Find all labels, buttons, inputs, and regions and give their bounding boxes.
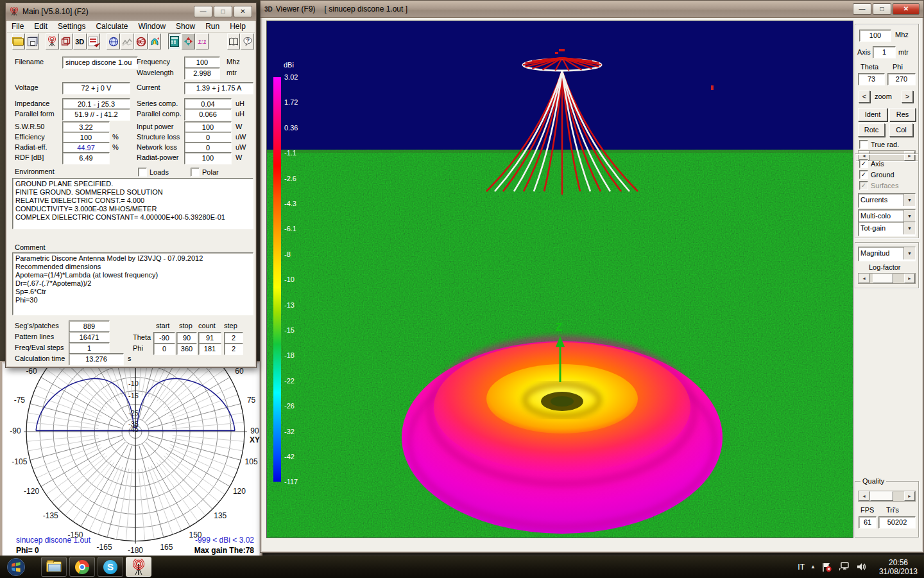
zoom-in-button[interactable]: > [902,91,913,103]
rotc-button[interactable]: Rotc [858,123,885,137]
language-indicator[interactable]: IT [798,563,805,572]
environment-box[interactable]: GROUND PLANE SPECIFIED.FINITE GROUND. SO… [12,178,253,229]
frequency-unit: Mhz [227,58,240,66]
viewer-close-button[interactable]: ✕ [893,3,920,15]
totgain-dropdown-value: Tot-gain [860,224,903,232]
clock[interactable]: 20:56 31/08/2013 [873,558,924,576]
zoom-out-button[interactable]: < [859,91,870,103]
menu-file[interactable]: File [7,21,28,31]
polar-radial-label: -45 [128,425,139,433]
magnitude-dropdown-value: Magnitud [860,249,903,257]
series-comp-label: Series comp. [137,100,178,107]
phi-start-input[interactable]: 0 [153,343,175,355]
ident-button[interactable]: Ident [858,108,887,121]
volume-icon[interactable] [856,562,867,572]
viewer-maximize-button[interactable]: □ [873,3,891,15]
polar-checkbox[interactable] [191,168,200,177]
main-maximize-button[interactable]: □ [214,6,232,17]
network-icon[interactable] [838,562,850,572]
viewer-frequency-input[interactable]: 100 [859,30,891,42]
radiat-eff-label: Radiat-eff. [15,143,47,151]
rdf-label: RDF [dB] [15,153,44,161]
dbi-scale-tick: -18 [284,351,295,359]
rescale-arrows-button[interactable] [182,33,195,49]
phi-stop-input[interactable]: 360 [176,343,197,355]
action-center-flag-icon[interactable] [821,562,832,572]
3d-viewer-button[interactable]: 3D [73,33,87,49]
pattern-colors-button[interactable] [148,33,162,49]
line-chart-button[interactable] [121,33,134,49]
voltage-input[interactable]: 72 + j 0 V [62,82,130,94]
chevron-down-icon[interactable]: ▼ [903,247,915,259]
theta-input[interactable]: 73 [858,73,885,85]
open-file-button[interactable] [12,33,26,49]
phi-input[interactable]: 270 [887,73,916,85]
totgain-dropdown[interactable]: Tot-gain▼ [858,222,916,236]
magnitude-dropdown[interactable]: Magnitud▼ [858,247,916,261]
ground-checkbox[interactable]: ✓ [859,170,868,179]
calculate-button[interactable] [168,33,182,49]
menu-window[interactable]: Window [133,21,170,31]
true-rad-checkbox[interactable] [859,140,868,149]
parallel-comp-value: 0.066 [184,109,232,121]
sweep-header-start: start [156,322,169,329]
filename-input[interactable]: sinucep discone 1.ou [62,57,138,69]
taskbar-separator [33,560,38,574]
wire-cube-button[interactable] [60,33,73,49]
dbi-scale-tick: -42 [284,453,295,460]
calc-time-label: Calculation time [15,355,65,362]
book-button[interactable] [227,33,241,49]
main-titlebar[interactable]: Main [V5.8.10] (F2) — □ ✕ [6,3,256,21]
text-line: Sp=.6*Ctr [15,288,250,296]
menu-settings[interactable]: Settings [53,21,90,31]
log-factor-slider[interactable]: ◄► [858,273,916,284]
menu-edit[interactable]: Edit [30,21,52,31]
polar-plot-window: -60-75-90-105-120-135-150-165-1801651501… [0,361,262,559]
col-button[interactable]: Col [889,123,913,137]
menu-show[interactable]: Show [171,21,200,31]
comment-label: Comment [15,243,46,251]
save-file-button[interactable] [26,33,39,49]
viewer-3d-canvas[interactable]: Z dBi 3.021.720.36-1.1-2.6-4.3-6.1-8-10-… [266,21,853,538]
menu-help[interactable]: Help [225,21,250,31]
phi-step-input[interactable]: 2 [224,343,243,355]
comment-box[interactable]: Parametric Discone Antenna Model by IZ3V… [12,252,253,315]
surfaces-checkbox[interactable]: ✓ [859,181,868,190]
4nec2-taskbar-button[interactable] [126,557,151,577]
skype-taskbar-button[interactable]: S [98,557,123,577]
one-to-one-button[interactable]: 1:1 [196,33,209,49]
chevron-down-icon[interactable]: ▼ [903,194,915,206]
text-line: RELATIVE DIELECTRIC CONST.= 4.000 [15,197,250,205]
viewer-window-icon: 3D [264,6,273,13]
chrome-taskbar-button[interactable] [69,557,95,577]
hidden-icons-button[interactable]: ▲ [810,564,816,570]
antenna-geometry-button[interactable] [46,33,59,49]
far-field-globe-button[interactable] [107,33,120,49]
viewer-titlebar[interactable]: 3D Viewer (F9) [ sinucep discone 1.out ]… [261,1,923,18]
main-minimize-button[interactable]: — [194,6,212,17]
axis-length-input[interactable]: 1 [873,46,896,58]
currents-dropdown[interactable]: Currents▼ [858,193,916,208]
explorer-taskbar-button[interactable] [41,557,67,577]
windows-start-icon [6,557,26,577]
phi-row-label: Phi [133,344,143,352]
polar-radial-label: -25 [128,409,139,417]
menu-run[interactable]: Run [201,21,224,31]
start-button[interactable] [3,557,30,576]
smith-chart-button[interactable] [134,33,148,49]
res-button[interactable]: Res [889,108,916,121]
quality-slider[interactable]: ◄► [858,491,916,502]
menu-calculate[interactable]: Calculate [91,21,132,31]
nec-editor-button[interactable] [87,33,101,49]
svg-text:Z: Z [556,321,562,333]
chevron-down-icon[interactable]: ▼ [903,210,915,222]
help-button[interactable]: ? [241,33,254,49]
magnitude-group: Magnitud▼ Log-factor ◄► [855,242,919,288]
main-close-button[interactable]: ✕ [234,6,252,17]
loads-checkbox[interactable] [138,168,147,177]
axis-checkbox[interactable]: ✓ [859,159,868,168]
viewer-minimize-button[interactable]: — [853,3,871,15]
wavelength-unit: mtr [227,69,237,76]
main-menu: FileEditSettingsCalculateWindowShowRunHe… [7,21,255,33]
chevron-down-icon[interactable]: ▼ [903,222,915,234]
